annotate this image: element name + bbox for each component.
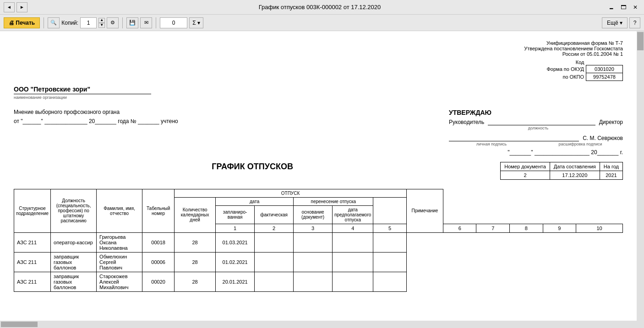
date-line: от "______" ______________ 20_______ год… <box>14 118 449 124</box>
cell-date-planned: 20.01.2021 <box>216 272 255 291</box>
doc-header-col3: На год <box>600 162 622 171</box>
th-prenos-group: перенесение отпуска <box>294 197 373 205</box>
approve-section: УТВЕРЖДАЮ Руководитель Директор должност… <box>449 109 623 156</box>
copies-input[interactable] <box>80 17 97 28</box>
content-area: Унифицированная форма № Т-7 Утверждена п… <box>0 31 644 321</box>
email-button[interactable]: ✉ <box>140 17 152 28</box>
th-num5: 5 <box>373 224 407 232</box>
toolbar-separator-1 <box>44 17 44 28</box>
cell-name: Старокожев Алексей Михайлович <box>97 272 142 291</box>
copies-up-button[interactable]: ▲ <box>98 18 105 23</box>
doc-title-row: ГРАФИК ОТПУСКОВ Номер документа Дата сос… <box>14 162 623 180</box>
cell-tabnum: 00006 <box>142 252 175 272</box>
table-row: АЗС 211оператор-кассирГригорьева Оксана … <box>14 232 623 252</box>
doc-header-table: Номер документа Дата составления На год … <box>500 162 623 180</box>
cell-tabnum: 00020 <box>142 272 175 291</box>
toolbar: 🖨 Печать 🔍 Копий: ▲ ▼ ⚙ 💾 ✉ Σ ▾ Ещё ▾ ? <box>0 15 644 31</box>
doc-header-val3: 2021 <box>600 171 622 179</box>
approve-role-label: должность <box>485 126 592 130</box>
approve-director-role: Директор <box>599 119 623 125</box>
cell-division: АЗС 211 <box>14 232 51 252</box>
th-col7: фактическая <box>255 205 294 224</box>
approve-director-line <box>488 119 595 125</box>
approve-sig-line <box>449 135 579 141</box>
cell-basis <box>294 252 333 272</box>
nav-back-button[interactable]: ◄ <box>4 2 15 12</box>
th-col3: Фамилия, имя, отчество <box>97 189 142 232</box>
th-date-group: дата <box>216 197 294 205</box>
approve-personal-label: личная подпись <box>449 142 534 146</box>
scroll-thumb-bottom[interactable] <box>1 322 38 327</box>
cell-note <box>373 232 407 252</box>
union-text: Мнение выборного профсоюзного органа <box>14 109 449 115</box>
cell-date-proposed <box>333 272 373 291</box>
cell-tabnum: 00018 <box>142 232 175 252</box>
nav-buttons: ◄ ► <box>4 2 27 12</box>
union-section: Мнение выборного профсоюзного органа от … <box>14 109 449 156</box>
okud-value: 0301020 <box>586 65 623 73</box>
th-num10: 10 <box>576 224 623 232</box>
help-button[interactable]: ? <box>629 17 640 28</box>
th-col2: Должность (специальность, профессия) по … <box>51 189 97 232</box>
scrollbar-right[interactable] <box>637 31 644 321</box>
approve-director-label: Руководитель <box>449 119 484 125</box>
doc-header-col1: Номер документа <box>501 162 550 171</box>
th-num7: 7 <box>476 224 510 232</box>
okpo-value: 99752478 <box>586 73 623 81</box>
doc-header-val2: 17.12.2020 <box>550 171 600 179</box>
settings-button[interactable]: ⚙ <box>107 17 119 28</box>
doc-main-title: ГРАФИК ОТПУСКОВ <box>14 162 491 172</box>
cell-date-proposed <box>333 232 373 252</box>
cell-days: 28 <box>175 232 216 252</box>
th-num2: 2 <box>255 224 294 232</box>
preview-button[interactable]: 🔍 <box>48 17 60 28</box>
main-data-table: Структурное подразделение Должность (спе… <box>14 189 623 292</box>
cell-division: АЗС 211 <box>14 272 51 291</box>
approve-sig-sublabels: личная подпись расшифровка подписи <box>449 142 623 146</box>
scrollbar-bottom[interactable] <box>0 321 644 328</box>
cell-position: оператор-кассир <box>51 232 97 252</box>
nav-forward-button[interactable]: ► <box>16 2 27 12</box>
more-button[interactable]: Ещё ▾ <box>602 17 628 28</box>
approve-union-section: Мнение выборного профсоюзного органа от … <box>14 109 623 156</box>
th-col5: Количество календарных дней <box>175 197 216 232</box>
th-num1: 1 <box>216 224 255 232</box>
cell-date-actual <box>255 252 294 272</box>
maximize-button[interactable]: 🗖 <box>618 2 628 12</box>
approve-director-row: Руководитель Директор <box>449 119 623 125</box>
copies-label: Копий: <box>61 20 78 26</box>
scroll-thumb-right[interactable] <box>637 32 644 50</box>
minimize-button[interactable]: 🗕 <box>606 2 617 12</box>
print-button[interactable]: 🖨 Печать <box>4 17 40 28</box>
title-right-icons: 🗕 🗖 ✕ <box>606 2 640 12</box>
cell-note <box>373 272 407 291</box>
cell-position: заправщик газовых баллонов <box>51 272 97 291</box>
cell-date-actual <box>255 272 294 291</box>
table-row: АЗС 211заправщик газовых баллоновОбмелюх… <box>14 252 623 272</box>
cell-name: Обмелюхин Сергей Павлович <box>97 252 142 272</box>
approve-decode-label: расшифровка подписи <box>538 142 623 146</box>
cell-date-planned: 01.03.2021 <box>216 232 255 252</box>
cell-basis <box>294 232 333 252</box>
cell-basis <box>294 272 333 291</box>
toolbar-separator-2 <box>122 17 123 28</box>
th-col1: Структурное подразделение <box>14 189 51 232</box>
th-col9: дата предполагаемого отпуска <box>333 205 373 224</box>
copies-down-button[interactable]: ▼ <box>98 23 105 28</box>
close-button[interactable]: ✕ <box>630 2 640 12</box>
sigma-button[interactable]: Σ ▾ <box>189 17 203 28</box>
doc-header-val1: 2 <box>501 171 550 179</box>
form-unified-info: Унифицированная форма № Т-7 Утверждена п… <box>14 40 623 57</box>
copies-spinner: ▲ ▼ <box>98 18 105 28</box>
cell-division: АЗС 211 <box>14 252 51 272</box>
document-container: Унифицированная форма № Т-7 Утверждена п… <box>0 31 637 321</box>
th-num6: 6 <box>443 224 476 232</box>
cell-days: 28 <box>175 272 216 291</box>
cell-name: Григорьева Оксана Николаевна <box>97 232 142 252</box>
toolbar-separator-3 <box>156 17 156 28</box>
page-number-input[interactable] <box>160 17 187 28</box>
cell-date-actual <box>255 232 294 252</box>
title-bar: ◄ ► График отпусков 003К-000002 от 17.12… <box>0 0 644 15</box>
save-button[interactable]: 💾 <box>126 17 138 28</box>
th-col8: основание (документ) <box>294 205 333 224</box>
